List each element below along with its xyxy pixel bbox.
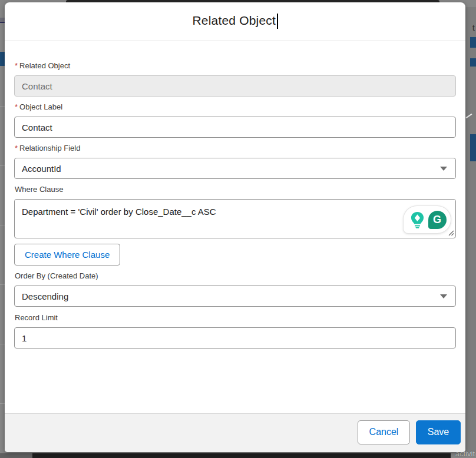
- save-button[interactable]: Save: [416, 420, 461, 444]
- grammarly-lightbulb-icon[interactable]: [408, 211, 427, 229]
- required-asterisk: *: [15, 102, 18, 111]
- text-cursor: [277, 14, 278, 29]
- background-left-divider: [0, 284, 5, 285]
- required-asterisk: *: [15, 144, 18, 152]
- background-left-divider: [0, 225, 5, 225]
- background-bottom-bar: [32, 453, 451, 458]
- modal-title-text: Related Object: [192, 14, 276, 27]
- background-right-navy-fragment: [470, 37, 476, 48]
- object-label-input[interactable]: [14, 117, 456, 138]
- modal-title[interactable]: Related Object: [192, 14, 277, 29]
- background-left-divider: [0, 344, 5, 344]
- where-clause-label: Where Clause: [15, 185, 456, 194]
- record-limit-label: Record Limit: [15, 313, 456, 323]
- where-clause-textarea[interactable]: Department = 'Civil' order by Close_Date…: [14, 199, 456, 238]
- background-left-navy-fragment: [0, 52, 5, 66]
- required-asterisk: *: [15, 61, 18, 70]
- order-by-select[interactable]: Descending: [14, 286, 456, 307]
- grammarly-widget: G: [404, 206, 451, 233]
- background-left-divider: [0, 106, 5, 107]
- order-by-label: Order By (Created Date): [15, 271, 456, 281]
- grammarly-g-icon[interactable]: G: [428, 211, 447, 229]
- chevron-down-icon: [440, 167, 447, 171]
- modal-header: Related Object: [5, 2, 465, 41]
- create-where-clause-button[interactable]: Create Where Clause: [14, 244, 120, 265]
- background-right-sliver: t: [465, 7, 476, 453]
- order-by-value: Descending: [22, 291, 68, 301]
- cancel-button[interactable]: Cancel: [358, 420, 410, 444]
- record-limit-input[interactable]: [14, 327, 456, 349]
- related-object-label: *Related Object: [15, 61, 456, 71]
- background-left-divider: [0, 403, 5, 404]
- background-left-link-fragment: [0, 18, 5, 23]
- background-text-fragment: t: [472, 22, 475, 32]
- background-right-navy-fragment: [470, 58, 476, 67]
- object-label-label: *Object Label: [15, 102, 456, 112]
- background-right-navy-fragment: [470, 134, 476, 161]
- background-left-divider: [0, 165, 5, 166]
- textarea-resize-handle[interactable]: [448, 230, 454, 236]
- relationship-field-select[interactable]: AccountId: [14, 158, 456, 179]
- chevron-down-icon: [440, 294, 447, 298]
- modal-footer: Cancel Save: [5, 413, 465, 452]
- background-bottom-left: [0, 453, 32, 458]
- modal-body: *Related Object *Object Label *Relations…: [5, 41, 465, 413]
- related-object-modal: Related Object *Related Object *Object L…: [5, 2, 465, 452]
- where-clause-wrap: Department = 'Civil' order by Close_Date…: [14, 199, 456, 238]
- relationship-field-label: *Relationship Field: [15, 144, 456, 153]
- related-object-input: [14, 75, 456, 97]
- relationship-field-value: AccountId: [22, 164, 61, 174]
